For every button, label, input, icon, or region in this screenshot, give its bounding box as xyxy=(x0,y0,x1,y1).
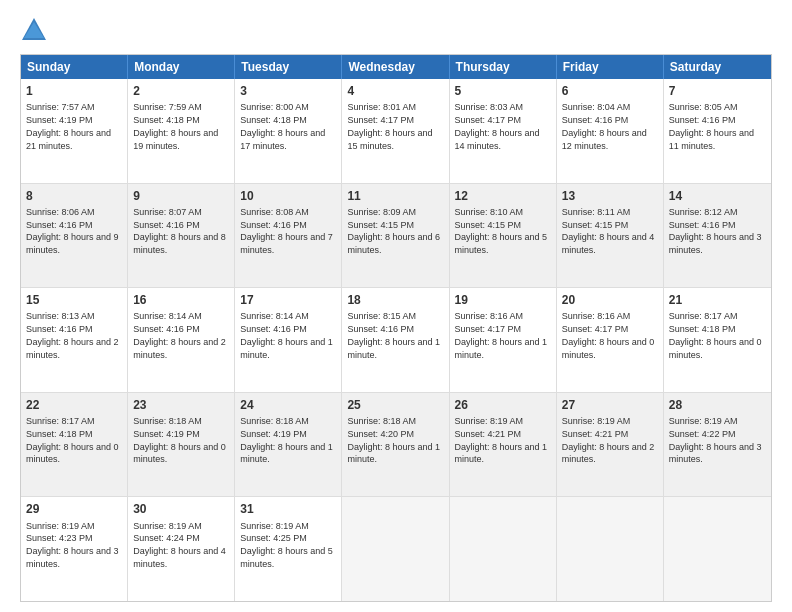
calendar-cell: 23Sunrise: 8:18 AMSunset: 4:19 PMDayligh… xyxy=(128,393,235,497)
cell-info: Sunrise: 8:16 AMSunset: 4:17 PMDaylight:… xyxy=(562,311,655,359)
day-number: 13 xyxy=(562,188,658,204)
calendar-cell: 21Sunrise: 8:17 AMSunset: 4:18 PMDayligh… xyxy=(664,288,771,392)
cell-info: Sunrise: 8:08 AMSunset: 4:16 PMDaylight:… xyxy=(240,207,333,255)
day-number: 2 xyxy=(133,83,229,99)
cell-info: Sunrise: 8:00 AMSunset: 4:18 PMDaylight:… xyxy=(240,102,325,150)
calendar-cell: 17Sunrise: 8:14 AMSunset: 4:16 PMDayligh… xyxy=(235,288,342,392)
calendar-header-cell: Sunday xyxy=(21,55,128,79)
day-number: 26 xyxy=(455,397,551,413)
calendar-cell: 27Sunrise: 8:19 AMSunset: 4:21 PMDayligh… xyxy=(557,393,664,497)
calendar-cell: 4Sunrise: 8:01 AMSunset: 4:17 PMDaylight… xyxy=(342,79,449,183)
calendar-week: 8Sunrise: 8:06 AMSunset: 4:16 PMDaylight… xyxy=(21,183,771,288)
calendar-header-cell: Tuesday xyxy=(235,55,342,79)
calendar-cell: 24Sunrise: 8:18 AMSunset: 4:19 PMDayligh… xyxy=(235,393,342,497)
logo xyxy=(20,16,52,44)
calendar-cell xyxy=(557,497,664,601)
calendar-cell: 18Sunrise: 8:15 AMSunset: 4:16 PMDayligh… xyxy=(342,288,449,392)
cell-info: Sunrise: 8:17 AMSunset: 4:18 PMDaylight:… xyxy=(26,416,119,464)
cell-info: Sunrise: 8:18 AMSunset: 4:20 PMDaylight:… xyxy=(347,416,440,464)
cell-info: Sunrise: 8:15 AMSunset: 4:16 PMDaylight:… xyxy=(347,311,440,359)
cell-info: Sunrise: 7:59 AMSunset: 4:18 PMDaylight:… xyxy=(133,102,218,150)
calendar-cell: 14Sunrise: 8:12 AMSunset: 4:16 PMDayligh… xyxy=(664,184,771,288)
cell-info: Sunrise: 8:07 AMSunset: 4:16 PMDaylight:… xyxy=(133,207,226,255)
calendar-week: 22Sunrise: 8:17 AMSunset: 4:18 PMDayligh… xyxy=(21,392,771,497)
cell-info: Sunrise: 8:06 AMSunset: 4:16 PMDaylight:… xyxy=(26,207,119,255)
cell-info: Sunrise: 8:14 AMSunset: 4:16 PMDaylight:… xyxy=(133,311,226,359)
day-number: 16 xyxy=(133,292,229,308)
calendar-header-cell: Wednesday xyxy=(342,55,449,79)
calendar-cell: 16Sunrise: 8:14 AMSunset: 4:16 PMDayligh… xyxy=(128,288,235,392)
cell-info: Sunrise: 8:05 AMSunset: 4:16 PMDaylight:… xyxy=(669,102,754,150)
calendar-cell: 3Sunrise: 8:00 AMSunset: 4:18 PMDaylight… xyxy=(235,79,342,183)
day-number: 7 xyxy=(669,83,766,99)
cell-info: Sunrise: 8:13 AMSunset: 4:16 PMDaylight:… xyxy=(26,311,119,359)
cell-info: Sunrise: 8:19 AMSunset: 4:25 PMDaylight:… xyxy=(240,521,333,569)
calendar-cell: 20Sunrise: 8:16 AMSunset: 4:17 PMDayligh… xyxy=(557,288,664,392)
calendar-cell: 30Sunrise: 8:19 AMSunset: 4:24 PMDayligh… xyxy=(128,497,235,601)
calendar-week: 1Sunrise: 7:57 AMSunset: 4:19 PMDaylight… xyxy=(21,79,771,183)
calendar-week: 29Sunrise: 8:19 AMSunset: 4:23 PMDayligh… xyxy=(21,496,771,601)
calendar-cell: 7Sunrise: 8:05 AMSunset: 4:16 PMDaylight… xyxy=(664,79,771,183)
cell-info: Sunrise: 8:19 AMSunset: 4:21 PMDaylight:… xyxy=(562,416,655,464)
day-number: 25 xyxy=(347,397,443,413)
day-number: 9 xyxy=(133,188,229,204)
day-number: 17 xyxy=(240,292,336,308)
day-number: 8 xyxy=(26,188,122,204)
day-number: 10 xyxy=(240,188,336,204)
calendar-cell: 10Sunrise: 8:08 AMSunset: 4:16 PMDayligh… xyxy=(235,184,342,288)
calendar-cell: 26Sunrise: 8:19 AMSunset: 4:21 PMDayligh… xyxy=(450,393,557,497)
header xyxy=(20,16,772,44)
calendar-cell: 9Sunrise: 8:07 AMSunset: 4:16 PMDaylight… xyxy=(128,184,235,288)
day-number: 18 xyxy=(347,292,443,308)
day-number: 6 xyxy=(562,83,658,99)
day-number: 19 xyxy=(455,292,551,308)
calendar-header-cell: Monday xyxy=(128,55,235,79)
calendar-cell: 31Sunrise: 8:19 AMSunset: 4:25 PMDayligh… xyxy=(235,497,342,601)
calendar-cell: 6Sunrise: 8:04 AMSunset: 4:16 PMDaylight… xyxy=(557,79,664,183)
calendar-header: SundayMondayTuesdayWednesdayThursdayFrid… xyxy=(21,55,771,79)
day-number: 30 xyxy=(133,501,229,517)
calendar: SundayMondayTuesdayWednesdayThursdayFrid… xyxy=(20,54,772,602)
cell-info: Sunrise: 8:14 AMSunset: 4:16 PMDaylight:… xyxy=(240,311,333,359)
day-number: 1 xyxy=(26,83,122,99)
day-number: 29 xyxy=(26,501,122,517)
calendar-cell: 5Sunrise: 8:03 AMSunset: 4:17 PMDaylight… xyxy=(450,79,557,183)
day-number: 28 xyxy=(669,397,766,413)
cell-info: Sunrise: 8:09 AMSunset: 4:15 PMDaylight:… xyxy=(347,207,440,255)
cell-info: Sunrise: 8:11 AMSunset: 4:15 PMDaylight:… xyxy=(562,207,655,255)
calendar-cell xyxy=(664,497,771,601)
cell-info: Sunrise: 8:17 AMSunset: 4:18 PMDaylight:… xyxy=(669,311,762,359)
cell-info: Sunrise: 7:57 AMSunset: 4:19 PMDaylight:… xyxy=(26,102,111,150)
calendar-cell: 8Sunrise: 8:06 AMSunset: 4:16 PMDaylight… xyxy=(21,184,128,288)
calendar-cell xyxy=(342,497,449,601)
cell-info: Sunrise: 8:18 AMSunset: 4:19 PMDaylight:… xyxy=(240,416,333,464)
cell-info: Sunrise: 8:04 AMSunset: 4:16 PMDaylight:… xyxy=(562,102,647,150)
calendar-cell: 28Sunrise: 8:19 AMSunset: 4:22 PMDayligh… xyxy=(664,393,771,497)
day-number: 15 xyxy=(26,292,122,308)
day-number: 11 xyxy=(347,188,443,204)
day-number: 27 xyxy=(562,397,658,413)
calendar-header-cell: Friday xyxy=(557,55,664,79)
calendar-cell: 13Sunrise: 8:11 AMSunset: 4:15 PMDayligh… xyxy=(557,184,664,288)
day-number: 31 xyxy=(240,501,336,517)
day-number: 21 xyxy=(669,292,766,308)
calendar-cell: 19Sunrise: 8:16 AMSunset: 4:17 PMDayligh… xyxy=(450,288,557,392)
cell-info: Sunrise: 8:19 AMSunset: 4:23 PMDaylight:… xyxy=(26,521,119,569)
calendar-body: 1Sunrise: 7:57 AMSunset: 4:19 PMDaylight… xyxy=(21,79,771,601)
logo-icon xyxy=(20,16,48,44)
calendar-cell: 1Sunrise: 7:57 AMSunset: 4:19 PMDaylight… xyxy=(21,79,128,183)
cell-info: Sunrise: 8:03 AMSunset: 4:17 PMDaylight:… xyxy=(455,102,540,150)
cell-info: Sunrise: 8:10 AMSunset: 4:15 PMDaylight:… xyxy=(455,207,548,255)
calendar-cell: 29Sunrise: 8:19 AMSunset: 4:23 PMDayligh… xyxy=(21,497,128,601)
cell-info: Sunrise: 8:01 AMSunset: 4:17 PMDaylight:… xyxy=(347,102,432,150)
calendar-header-cell: Saturday xyxy=(664,55,771,79)
day-number: 14 xyxy=(669,188,766,204)
day-number: 22 xyxy=(26,397,122,413)
cell-info: Sunrise: 8:18 AMSunset: 4:19 PMDaylight:… xyxy=(133,416,226,464)
calendar-cell: 15Sunrise: 8:13 AMSunset: 4:16 PMDayligh… xyxy=(21,288,128,392)
calendar-cell: 22Sunrise: 8:17 AMSunset: 4:18 PMDayligh… xyxy=(21,393,128,497)
cell-info: Sunrise: 8:19 AMSunset: 4:21 PMDaylight:… xyxy=(455,416,548,464)
day-number: 23 xyxy=(133,397,229,413)
day-number: 20 xyxy=(562,292,658,308)
day-number: 3 xyxy=(240,83,336,99)
